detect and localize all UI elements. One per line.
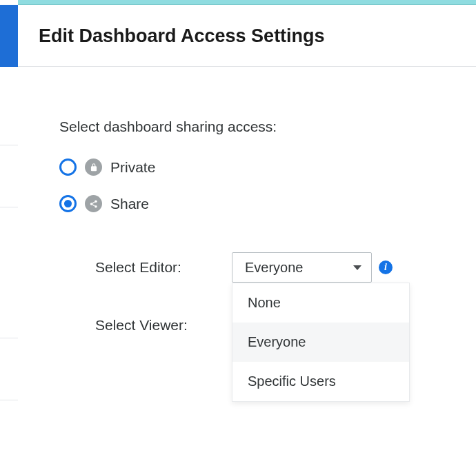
radio-option-share[interactable]: Share xyxy=(59,195,476,212)
select-editor-value: Everyone xyxy=(245,260,304,276)
lock-icon xyxy=(85,159,102,176)
svg-point-0 xyxy=(95,200,97,203)
sharing-access-label: Select dashboard sharing access: xyxy=(59,119,476,135)
radio-share-label: Share xyxy=(110,196,149,212)
caret-down-icon xyxy=(353,265,361,270)
sidebar-divider xyxy=(0,338,18,338)
dropdown-option-everyone[interactable]: Everyone xyxy=(232,323,409,362)
dropdown-option-none[interactable]: None xyxy=(232,283,409,323)
sidebar-active-indicator xyxy=(0,5,18,67)
left-sidebar-strip xyxy=(0,0,18,470)
info-icon[interactable]: i xyxy=(379,260,393,274)
radio-private[interactable] xyxy=(59,159,77,176)
editor-row: Select Editor: Everyone i None Everyone … xyxy=(95,252,476,283)
radio-private-label: Private xyxy=(110,159,155,176)
share-icon xyxy=(85,195,102,212)
editor-dropdown-menu: None Everyone Specific Users xyxy=(232,283,410,402)
svg-point-2 xyxy=(95,205,97,208)
select-editor-dropdown[interactable]: Everyone xyxy=(232,252,372,283)
dialog-header: Edit Dashboard Access Settings xyxy=(18,5,476,67)
sidebar-divider xyxy=(0,145,18,145)
page-title: Edit Dashboard Access Settings xyxy=(39,25,476,47)
sidebar-divider xyxy=(0,400,18,400)
dropdown-option-specific-users[interactable]: Specific Users xyxy=(232,362,409,401)
top-accent-bar xyxy=(18,0,476,5)
select-viewer-label: Select Viewer: xyxy=(95,317,199,334)
radio-share[interactable] xyxy=(59,195,77,212)
svg-point-1 xyxy=(90,203,92,205)
radio-option-private[interactable]: Private xyxy=(59,159,476,176)
select-editor-label: Select Editor: xyxy=(95,259,199,276)
sharing-radio-group: Private Share xyxy=(59,159,476,212)
sidebar-divider xyxy=(0,207,18,207)
